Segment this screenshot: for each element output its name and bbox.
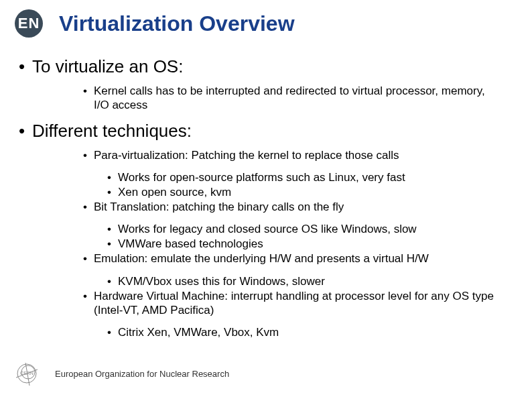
bullet-text: Emulation: emulate the underlying H/W an… <box>94 251 429 266</box>
bullet-level3: • Citrix Xen, VMWare, Vbox, Kvm <box>107 325 500 340</box>
slide-footer: CERN European Organization for Nuclear R… <box>13 360 229 387</box>
bullet-icon: • <box>107 237 118 251</box>
bullet-level3: • VMWare based technologies <box>107 237 500 251</box>
bullet-text: Hardware Virtual Machine: interrupt hand… <box>94 289 500 318</box>
bullet-level3: • Works for open-source platforms such a… <box>107 170 500 185</box>
bullet-icon: • <box>107 222 118 237</box>
bullet-icon: • <box>19 121 32 141</box>
bullet-text: Kernel calls has to be interrupted and r… <box>94 84 500 113</box>
bullet-text: Bit Translation: patching the binary cal… <box>94 200 344 214</box>
bullet-level2: • Kernel calls has to be interrupted and… <box>83 84 500 113</box>
svg-text:CERN: CERN <box>20 371 34 376</box>
bullet-icon: • <box>107 170 118 185</box>
cern-logo-icon: CERN <box>13 360 40 387</box>
bullet-icon: • <box>83 251 94 266</box>
bullet-text: Works for legacy and closed source OS li… <box>118 222 417 237</box>
bullet-icon: • <box>107 274 118 289</box>
bullet-icon: • <box>83 84 94 113</box>
bullet-icon: • <box>83 148 94 162</box>
bullet-level2: • Bit Translation: patching the binary c… <box>83 200 500 214</box>
bullet-text: KVM/Vbox uses this for Windows, slower <box>118 274 325 289</box>
bullet-level2: • Para-virtualization: Patching the kern… <box>83 148 500 162</box>
bullet-level1: • Different techniques: <box>19 121 513 141</box>
en-logo-icon: EN <box>15 9 43 38</box>
bullet-level1: • To virtualize an OS: <box>19 56 513 77</box>
bullet-level2: • Hardware Virtual Machine: interrupt ha… <box>83 289 500 318</box>
bullet-icon: • <box>107 185 118 200</box>
bullet-icon: • <box>83 200 94 214</box>
bullet-text: Works for open-source platforms such as … <box>118 170 405 185</box>
bullet-text: Citrix Xen, VMWare, Vbox, Kvm <box>118 325 279 340</box>
slide-header: EN Virtualization Overview <box>0 0 532 38</box>
footer-text: European Organization for Nuclear Resear… <box>55 369 229 379</box>
slide-content: • To virtualize an OS: • Kernel calls ha… <box>0 38 532 340</box>
bullet-level3: • KVM/Vbox uses this for Windows, slower <box>107 274 500 289</box>
bullet-level2: • Emulation: emulate the underlying H/W … <box>83 251 500 266</box>
bullet-level3: • Xen open source, kvm <box>107 185 500 200</box>
bullet-text: Different techniques: <box>32 121 192 141</box>
bullet-text: Para-virtualization: Patching the kernel… <box>94 148 399 162</box>
bullet-text: Xen open source, kvm <box>118 185 231 200</box>
bullet-text: VMWare based technologies <box>118 237 263 251</box>
bullet-text: To virtualize an OS: <box>32 56 183 77</box>
bullet-icon: • <box>19 56 32 77</box>
bullet-icon: • <box>107 325 118 340</box>
bullet-icon: • <box>83 289 94 318</box>
bullet-level3: • Works for legacy and closed source OS … <box>107 222 500 237</box>
slide-title: Virtualization Overview <box>59 11 295 36</box>
